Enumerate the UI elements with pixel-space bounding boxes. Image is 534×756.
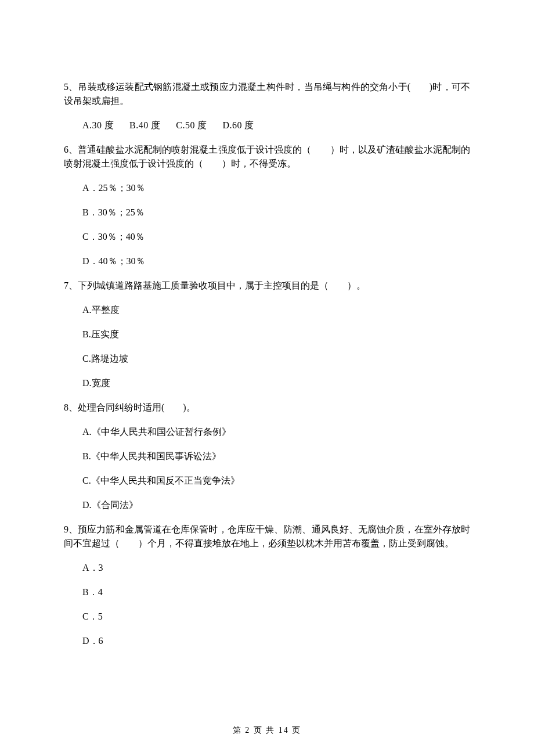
- q5-stem: 5、吊装或移运装配式钢筋混凝土或预应力混凝土构件时，当吊绳与构件的交角小于( )…: [64, 80, 470, 108]
- q6-opt-b: B．30％；25％: [82, 206, 470, 219]
- q7-opt-b: B.压实度: [82, 327, 470, 341]
- q5-opt-c: C.50 度: [176, 120, 207, 130]
- q9-options: A．3 B．4 C．5 D．6: [82, 561, 470, 648]
- q6-options: A．25％；30％ B．30％；25％ C．30％；40％ D．40％；30％: [82, 181, 470, 268]
- q8-opt-a: A.《中华人民共和国公证暂行条例》: [82, 425, 470, 439]
- q6-opt-d: D．40％；30％: [82, 254, 470, 268]
- q5-opt-a: A.30 度: [82, 120, 114, 130]
- page-footer: 第 2 页 共 14 页: [0, 725, 534, 736]
- q7-options: A.平整度 B.压实度 C.路堤边坡 D.宽度: [82, 303, 470, 390]
- q5-options: A.30 度 B.40 度 C.50 度 D.60 度: [82, 118, 470, 132]
- q9-opt-d: D．6: [82, 634, 470, 648]
- q9-opt-a: A．3: [82, 561, 470, 575]
- page-content: 5、吊装或移运装配式钢筋混凝土或预应力混凝土构件时，当吊绳与构件的交角小于( )…: [0, 0, 534, 648]
- q9-opt-b: B．4: [82, 585, 470, 599]
- q7-stem: 7、下列城镇道路路基施工质量验收项目中，属于主控项目的是（ ）。: [64, 279, 470, 293]
- q6-opt-c: C．30％；40％: [82, 230, 470, 244]
- q8-options: A.《中华人民共和国公证暂行条例》 B.《中华人民共和国民事诉讼法》 C.《中华…: [82, 425, 470, 512]
- q8-opt-b: B.《中华人民共和国民事诉讼法》: [82, 449, 470, 463]
- q8-stem: 8、处理合同纠纷时适用( )。: [64, 401, 470, 415]
- q7-opt-a: A.平整度: [82, 303, 470, 317]
- q6-opt-a: A．25％；30％: [82, 181, 470, 195]
- q8-opt-d: D.《合同法》: [82, 498, 470, 512]
- q5-opt-b: B.40 度: [129, 120, 161, 130]
- q8-opt-c: C.《中华人民共和国反不正当竞争法》: [82, 474, 470, 488]
- q5-opt-d: D.60 度: [222, 120, 254, 130]
- q7-opt-c: C.路堤边坡: [82, 352, 470, 366]
- q9-stem: 9、预应力筋和金属管道在仓库保管时，仓库应干燥、防潮、通风良好、无腐蚀介质，在室…: [64, 523, 470, 550]
- q6-stem: 6、普通硅酸盐水泥配制的喷射混凝土强度低于设计强度的（ ）时，以及矿渣硅酸盐水泥…: [64, 143, 470, 171]
- q7-opt-d: D.宽度: [82, 376, 470, 390]
- q9-opt-c: C．5: [82, 610, 470, 624]
